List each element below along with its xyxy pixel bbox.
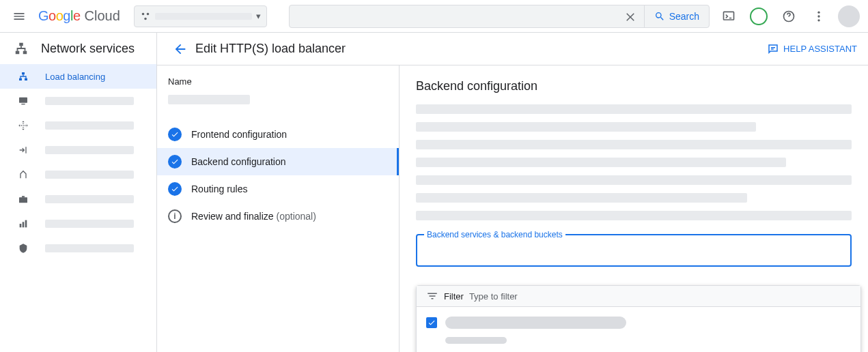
- svg-point-2: [144, 17, 147, 20]
- panel-actions: CREATE A BACKEND SERVICE CREATE A BACKEN…: [417, 344, 860, 352]
- sidebar-item[interactable]: [0, 236, 156, 261]
- sidebar-item[interactable]: [0, 162, 156, 187]
- page-title: Edit HTTP(S) load balancer: [195, 42, 346, 56]
- project-picker[interactable]: ▾: [134, 5, 267, 27]
- help-assistant-button[interactable]: HELP ASSISTANT: [767, 43, 857, 55]
- sidebar-item[interactable]: [0, 211, 156, 236]
- step-label: Routing rules: [191, 184, 248, 194]
- search-icon: [654, 11, 665, 22]
- svg-rect-10: [23, 51, 27, 55]
- search-button[interactable]: Search: [644, 5, 709, 27]
- nav-placeholder: [45, 97, 134, 105]
- load-balancing-icon: [16, 71, 30, 82]
- more-vert-icon[interactable]: [805, 3, 832, 30]
- step-optional: (optional): [277, 211, 316, 222]
- chart-icon: [16, 218, 30, 229]
- svg-point-0: [142, 12, 145, 15]
- step-label: Frontend configuration: [191, 129, 287, 140]
- status-circle-icon[interactable]: [745, 3, 772, 30]
- step-backend[interactable]: Backend configuration: [157, 148, 399, 175]
- briefcase-icon: [16, 194, 30, 205]
- search-input[interactable]: [290, 11, 617, 22]
- right-title: Backend configuration: [416, 79, 852, 93]
- nav-placeholder: [45, 171, 134, 179]
- step-label: Review and finalize: [191, 211, 274, 222]
- main: Edit HTTP(S) load balancer HELP ASSISTAN…: [157, 33, 868, 352]
- check-circle-icon: [168, 155, 182, 168]
- sidebar-item[interactable]: [0, 138, 156, 162]
- help-assistant-label: HELP ASSISTANT: [783, 44, 857, 54]
- caret-down-icon: ▾: [256, 11, 261, 21]
- text-placeholder: [416, 140, 852, 149]
- page-header: Edit HTTP(S) load balancer HELP ASSISTAN…: [157, 33, 868, 65]
- svg-point-1: [147, 12, 150, 15]
- name-value-placeholder: [168, 95, 250, 104]
- nav-placeholder: [45, 195, 134, 203]
- svg-rect-8: [19, 43, 23, 46]
- monitor-icon: [16, 96, 30, 106]
- sidebar-item[interactable]: [0, 113, 156, 138]
- svg-rect-19: [23, 222, 25, 227]
- step-review[interactable]: i Review and finalize (optional): [157, 203, 399, 230]
- search-bar: Search: [289, 5, 710, 28]
- nav-placeholder: [45, 121, 134, 130]
- dropdown-label: Backend services & backend buckets: [424, 230, 565, 239]
- text-placeholder: [416, 122, 756, 132]
- step-routing[interactable]: Routing rules: [157, 175, 399, 203]
- text-placeholder: [416, 158, 786, 167]
- filter-label: Filter: [444, 291, 464, 302]
- svg-rect-16: [19, 197, 27, 203]
- help-icon[interactable]: [775, 3, 802, 30]
- option-sub-placeholder: [445, 337, 507, 344]
- text-placeholder: [416, 104, 852, 114]
- nav-placeholder: [45, 220, 134, 228]
- option-name-placeholder: [445, 317, 626, 329]
- hamburger-menu-icon[interactable]: [5, 3, 33, 30]
- sidebar-item[interactable]: [0, 187, 156, 211]
- header-actions: [715, 3, 863, 30]
- nav-placeholder: [45, 244, 134, 252]
- shield-icon: [16, 243, 30, 254]
- svg-rect-15: [21, 104, 25, 104]
- step-frontend[interactable]: Frontend configuration: [157, 121, 399, 148]
- sidebar-title-text: Network services: [41, 42, 135, 56]
- arrow-in-icon: [16, 145, 30, 156]
- google-cloud-logo[interactable]: Google Cloud: [38, 8, 120, 24]
- account-avatar[interactable]: [835, 3, 863, 30]
- back-arrow-icon[interactable]: [168, 37, 193, 61]
- sidebar-title: Network services: [0, 33, 156, 64]
- sidebar-item-load-balancing[interactable]: Load balancing: [0, 64, 156, 89]
- svg-rect-14: [19, 98, 27, 103]
- sidebar-item-label: Load balancing: [45, 72, 105, 82]
- backend-option-row[interactable]: [417, 307, 860, 334]
- filter-placeholder: Type to filter: [469, 291, 518, 302]
- svg-rect-17: [22, 196, 25, 197]
- svg-rect-3: [724, 12, 734, 20]
- network-services-icon: [14, 41, 29, 56]
- svg-rect-18: [20, 224, 22, 227]
- sidebar: Network services Load balancing: [0, 33, 157, 352]
- project-name-placeholder: [155, 13, 252, 20]
- panel-filter-row[interactable]: Filter Type to filter: [417, 286, 860, 307]
- text-placeholder: [416, 211, 852, 220]
- cloud-shell-icon[interactable]: [715, 3, 742, 30]
- checkbox-checked-icon[interactable]: [426, 317, 437, 328]
- routes-icon: [16, 169, 30, 180]
- chat-icon: [767, 43, 779, 55]
- svg-rect-11: [22, 72, 25, 74]
- check-circle-icon: [168, 128, 182, 141]
- search-button-label: Search: [669, 11, 699, 22]
- text-placeholder: [416, 193, 747, 203]
- backend-services-dropdown[interactable]: Backend services & backend buckets: [416, 234, 852, 267]
- svg-point-6: [817, 15, 820, 17]
- move-icon: [16, 120, 30, 131]
- svg-rect-13: [25, 78, 27, 80]
- clear-search-icon[interactable]: [617, 5, 644, 27]
- logo-cloud-text: Cloud: [85, 8, 120, 24]
- content: Name Frontend configuration Back: [157, 65, 868, 352]
- sidebar-item[interactable]: [0, 89, 156, 113]
- info-circle-icon: i: [168, 209, 182, 223]
- name-label: Name: [168, 76, 388, 87]
- body: Network services Load balancing: [0, 33, 868, 352]
- svg-point-5: [817, 11, 820, 13]
